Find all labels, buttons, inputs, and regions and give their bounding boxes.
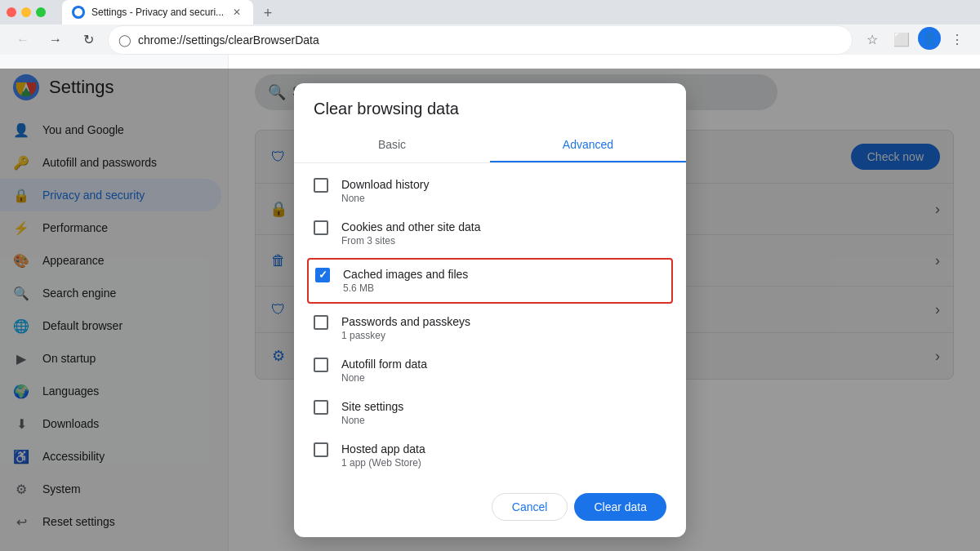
checkbox-row-autofill-form[interactable]: Autofill form data None — [294, 349, 686, 392]
checkbox-label-cached-images: Cached images and files 5.6 MB — [343, 268, 665, 294]
checkbox-label-passwords: Passwords and passkeys 1 passkey — [341, 315, 666, 341]
traffic-lights — [7, 7, 46, 17]
cancel-button[interactable]: Cancel — [492, 493, 568, 521]
dialog-content: Download history None Cookies and other … — [294, 163, 686, 483]
active-tab[interactable]: Settings - Privacy and securi... ✕ — [62, 0, 253, 24]
tab-favicon — [72, 6, 85, 19]
checkbox-hosted-app[interactable] — [314, 442, 328, 457]
checkbox-label-site-settings: Site settings None — [341, 400, 666, 426]
dialog-footer: Cancel Clear data — [294, 483, 686, 537]
checkbox-cached-images[interactable]: ✓ — [315, 268, 330, 282]
checkbox-title-hosted-app: Hosted app data — [341, 442, 666, 455]
checkbox-title-autofill-form: Autofill form data — [341, 358, 666, 371]
checkbox-title-cached-images: Cached images and files — [343, 268, 665, 281]
checkbox-title-download-history: Download history — [341, 178, 666, 191]
extensions-button[interactable]: ⬜ — [889, 27, 915, 53]
checkbox-desc-cookies: From 3 sites — [341, 235, 666, 247]
checkbox-row-cached-images[interactable]: ✓ Cached images and files 5.6 MB — [307, 258, 673, 304]
checkbox-row-download-history[interactable]: Download history None — [294, 170, 686, 212]
forward-button[interactable]: → — [42, 27, 69, 53]
checkbox-label-hosted-app: Hosted app data 1 app (Web Store) — [341, 442, 666, 469]
modal-overlay[interactable]: Clear browsing data Basic Advanced Downl… — [0, 69, 980, 551]
bookmark-button[interactable]: ☆ — [859, 27, 885, 53]
tab-advanced[interactable]: Advanced — [490, 128, 686, 162]
checkbox-site-settings[interactable] — [314, 400, 328, 415]
title-bar: Settings - Privacy and securi... ✕ + — [0, 0, 980, 24]
toolbar-actions: ☆ ⬜ 👤 ⋮ — [859, 27, 970, 53]
checkbox-title-site-settings: Site settings — [341, 400, 666, 413]
checkbox-row-passwords[interactable]: Passwords and passkeys 1 passkey — [294, 307, 686, 349]
checkbox-desc-passwords: 1 passkey — [341, 330, 666, 341]
checkbox-label-download-history: Download history None — [341, 178, 666, 204]
checkbox-label-cookies: Cookies and other site data From 3 sites — [341, 220, 666, 247]
minimize-window-button[interactable] — [21, 7, 31, 17]
checkbox-desc-download-history: None — [341, 193, 666, 204]
tab-close-button[interactable]: ✕ — [230, 6, 243, 19]
checkbox-row-cookies[interactable]: Cookies and other site data From 3 sites — [294, 212, 686, 255]
checkbox-title-cookies: Cookies and other site data — [341, 220, 666, 233]
checkbox-label-autofill-form: Autofill form data None — [341, 358, 666, 384]
clear-data-button[interactable]: Clear data — [574, 493, 666, 521]
back-button[interactable]: ← — [10, 27, 36, 53]
checkbox-row-hosted-app[interactable]: Hosted app data 1 app (Web Store) — [294, 434, 686, 477]
checkbox-desc-autofill-form: None — [341, 372, 666, 384]
reload-button[interactable]: ↻ — [75, 27, 101, 53]
checkbox-desc-cached-images: 5.6 MB — [343, 282, 665, 294]
checkbox-cookies[interactable] — [314, 220, 328, 235]
browser-frame: Settings - Privacy and securi... ✕ + ← →… — [0, 0, 980, 551]
checkbox-passwords[interactable] — [314, 315, 328, 330]
chrome-brand-label: chrome://settings/clearBrowserData — [138, 33, 842, 47]
dialog-tabs: Basic Advanced — [294, 128, 686, 163]
checkbox-desc-site-settings: None — [341, 415, 666, 426]
dialog-title: Clear browsing data — [294, 83, 686, 128]
menu-button[interactable]: ⋮ — [944, 27, 970, 53]
checkbox-row-site-settings[interactable]: Site settings None — [294, 392, 686, 434]
new-tab-button[interactable]: + — [256, 2, 279, 24]
tab-basic[interactable]: Basic — [294, 128, 490, 162]
clear-browsing-dialog: Clear browsing data Basic Advanced Downl… — [294, 83, 686, 537]
checkbox-desc-hosted-app: 1 app (Web Store) — [341, 457, 666, 469]
toolbar: ← → ↻ ◯ chrome://settings/clearBrowserDa… — [0, 24, 980, 55]
chrome-logo-icon: ◯ — [118, 33, 131, 47]
checkbox-autofill-form[interactable] — [314, 358, 328, 372]
close-window-button[interactable] — [7, 7, 16, 17]
profile-button[interactable]: 👤 — [918, 27, 941, 50]
tab-bar: Settings - Privacy and securi... ✕ + — [56, 0, 286, 24]
checkbox-download-history[interactable] — [314, 178, 328, 193]
address-bar[interactable]: ◯ chrome://settings/clearBrowserData — [108, 25, 853, 55]
maximize-window-button[interactable] — [36, 7, 46, 17]
tab-title: Settings - Privacy and securi... — [91, 7, 224, 18]
checkbox-title-passwords: Passwords and passkeys — [341, 315, 666, 328]
